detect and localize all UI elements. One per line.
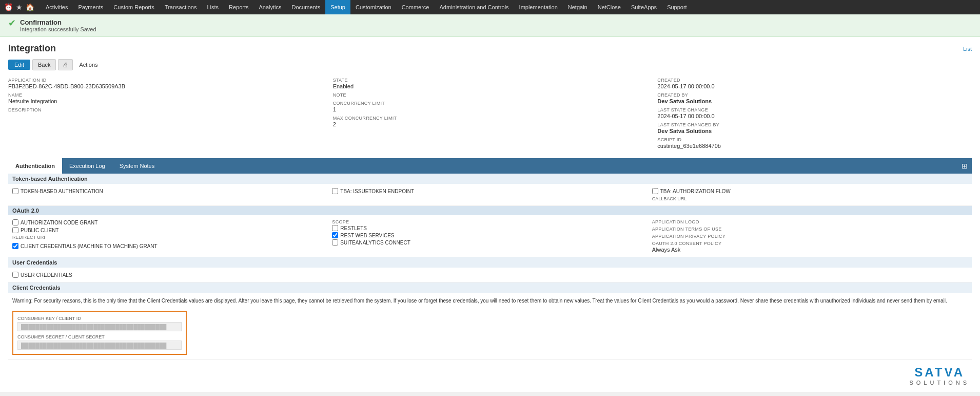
- confirmation-banner: ✔ Confirmation Integration successfully …: [0, 14, 980, 37]
- oauth-label: OAuth 2.0: [12, 208, 39, 214]
- nav-menu: ActivitiesPaymentsCustom ReportsTransact…: [41, 0, 692, 14]
- field-grid: APPLICATION ID FB3F2BED-862C-49DD-B900-2…: [8, 78, 972, 152]
- consumer-key-label: CONSUMER KEY / CLIENT ID: [17, 316, 182, 321]
- clock-icon[interactable]: ⏰: [4, 3, 13, 11]
- user-credentials-section-header: User Credentials: [8, 257, 972, 268]
- nav-item-activities[interactable]: Activities: [41, 0, 73, 14]
- token-based-section-header: Token-based Authentication: [8, 174, 972, 184]
- auth-code-label: AUTHORIZATION CODE GRANT: [21, 220, 97, 225]
- tab-system-notes[interactable]: System Notes: [112, 158, 162, 174]
- restlets-wrapper: RESTLETS: [332, 225, 648, 231]
- nav-item-documents[interactable]: Documents: [287, 0, 326, 14]
- nav-item-support[interactable]: Support: [662, 0, 692, 14]
- edit-button[interactable]: Edit: [8, 60, 30, 70]
- consumer-secret-value: ████████████████████████████████████████: [17, 341, 182, 350]
- scope-label: SCOPE: [332, 219, 648, 224]
- client-cred-label: CLIENT CREDENTIALS (MACHINE TO MACHINE) …: [21, 243, 158, 249]
- user-cred-wrapper: USER CREDENTIALS: [12, 272, 968, 278]
- last-state-change-field: LAST STATE CHANGE 2024-05-17 00:00:00.0: [657, 107, 972, 119]
- home-icon[interactable]: 🏠: [26, 3, 34, 11]
- script-id-field: SCRIPT ID custinteg_63e1e688470b: [657, 137, 972, 149]
- created-by-value: Dev Satva Solutions: [657, 98, 972, 104]
- nav-item-lists[interactable]: Lists: [202, 0, 224, 14]
- actions-button[interactable]: Actions: [75, 60, 102, 70]
- rest-web-services-wrapper: REST WEB SERVICES: [332, 232, 648, 238]
- name-value: Netsuite Integration: [8, 98, 323, 104]
- created-by-field: CREATED BY Dev Satva Solutions: [657, 92, 972, 104]
- nav-item-netclose[interactable]: NetClose: [593, 0, 626, 14]
- satva-name: SATVA: [909, 365, 970, 380]
- auth-code-wrapper: AUTHORIZATION CODE GRANT: [12, 219, 328, 225]
- tab-execution-log[interactable]: Execution Log: [62, 158, 112, 174]
- user-cred-checkbox[interactable]: [12, 272, 18, 278]
- user-cred-label: USER CREDENTIALS: [21, 272, 72, 278]
- description-label: DESCRIPTION: [8, 107, 323, 112]
- nav-item-administration-and-controls[interactable]: Administration and Controls: [434, 0, 514, 14]
- page-content: Integration List Edit Back 🖨 Actions APP…: [0, 37, 980, 392]
- client-credentials-section-header: Client Credentials: [8, 282, 972, 293]
- tabs-list: AuthenticationExecution LogSystem Notes: [8, 158, 162, 174]
- rest-web-services-checkbox[interactable]: [332, 232, 338, 238]
- satva-logo: SATVA SOLUTIONS: [909, 365, 970, 386]
- nav-item-customization[interactable]: Customization: [350, 0, 397, 14]
- print-button[interactable]: 🖨: [58, 59, 73, 70]
- auth-code-checkbox[interactable]: [12, 219, 18, 225]
- state-value: Enabled: [333, 83, 648, 89]
- client-cred-checkbox[interactable]: [12, 243, 18, 249]
- nav-utility-icons: ⏰ ★ 🏠: [4, 3, 34, 11]
- created-field: CREATED 2024-05-17 00:00:00.0: [657, 78, 972, 89]
- star-icon[interactable]: ★: [16, 3, 23, 11]
- tba-auth-flow-wrapper: TBA: AUTHORIZATION FLOW: [652, 188, 968, 194]
- application-id-value: FB3F2BED-862C-49DD-B900-23D635509A3B: [8, 83, 323, 89]
- nav-item-payments[interactable]: Payments: [73, 0, 108, 14]
- oauth-section-header: OAuth 2.0: [8, 206, 972, 215]
- nav-item-transactions[interactable]: Transactions: [160, 0, 202, 14]
- application-id-field: APPLICATION ID FB3F2BED-862C-49DD-B900-2…: [8, 78, 323, 89]
- client-credentials-form: Warning: For security reasons, this is t…: [8, 293, 972, 360]
- token-based-form: TOKEN-BASED AUTHENTICATION TBA: ISSUETOK…: [8, 184, 972, 206]
- last-state-changed-by-label: LAST STATE CHANGED BY: [657, 122, 972, 127]
- expand-icon[interactable]: ⊞: [957, 162, 972, 170]
- note-label: NOTE: [333, 92, 648, 98]
- restlets-checkbox[interactable]: [332, 225, 338, 231]
- nav-item-implementation[interactable]: Implementation: [514, 0, 563, 14]
- rest-web-services-label: REST WEB SERVICES: [340, 233, 394, 238]
- public-client-checkbox[interactable]: [12, 227, 18, 233]
- tba-issuetoken-label: TBA: ISSUETOKEN ENDPOINT: [340, 188, 414, 194]
- concurrency-value: 1: [333, 106, 648, 112]
- last-state-changed-by-field: LAST STATE CHANGED BY Dev Satva Solution…: [657, 122, 972, 134]
- token-based-label: Token-based Authentication: [12, 176, 88, 182]
- token-based-grid: TOKEN-BASED AUTHENTICATION TBA: ISSUETOK…: [12, 188, 968, 201]
- tba-auth-flow-checkbox[interactable]: [652, 188, 658, 194]
- nav-item-analytics[interactable]: Analytics: [254, 0, 287, 14]
- toolbar: Edit Back 🖨 Actions: [8, 59, 972, 70]
- redirect-uri-label: REDIRECT URI: [12, 235, 328, 240]
- back-button[interactable]: Back: [32, 59, 56, 70]
- max-concurrency-field: MAX CONCURRENCY LIMIT 2: [333, 116, 648, 127]
- client-cred-warning: Warning: For security reasons, this is t…: [12, 297, 968, 305]
- nav-item-netgain[interactable]: Netgain: [563, 0, 593, 14]
- nav-item-custom-reports[interactable]: Custom Reports: [108, 0, 159, 14]
- page-title: Integration: [8, 43, 56, 54]
- app-logo-label: APPLICATION LOGO: [652, 219, 968, 224]
- created-label: CREATED: [657, 78, 972, 83]
- nav-item-suiteapps[interactable]: SuiteApps: [626, 0, 662, 14]
- note-field: NOTE: [333, 92, 648, 98]
- app-privacy-label: APPLICATION PRIVACY POLICY: [652, 234, 968, 239]
- last-state-change-value: 2024-05-17 00:00:00.0: [657, 113, 972, 119]
- nav-item-commerce[interactable]: Commerce: [397, 0, 435, 14]
- tab-authentication[interactable]: Authentication: [8, 158, 62, 174]
- max-concurrency-label: MAX CONCURRENCY LIMIT: [333, 116, 648, 121]
- nav-item-reports[interactable]: Reports: [224, 0, 254, 14]
- consumer-secret-label: CONSUMER SECRET / CLIENT SECRET: [17, 334, 182, 340]
- last-state-changed-by-value: Dev Satva Solutions: [657, 128, 972, 134]
- nav-item-setup[interactable]: Setup: [325, 0, 350, 14]
- suiteanalytics-checkbox[interactable]: [332, 239, 338, 246]
- list-link[interactable]: List: [963, 46, 972, 52]
- client-cred-wrapper: CLIENT CREDENTIALS (MACHINE TO MACHINE) …: [12, 243, 328, 249]
- callback-url-label: CALLBACK URL: [652, 196, 968, 201]
- suiteanalytics-wrapper: SUITEANALYTICS CONNECT: [332, 239, 648, 246]
- tba-checkbox[interactable]: [12, 188, 18, 194]
- tba-issuetoken-checkbox[interactable]: [332, 188, 338, 194]
- script-id-label: SCRIPT ID: [657, 137, 972, 142]
